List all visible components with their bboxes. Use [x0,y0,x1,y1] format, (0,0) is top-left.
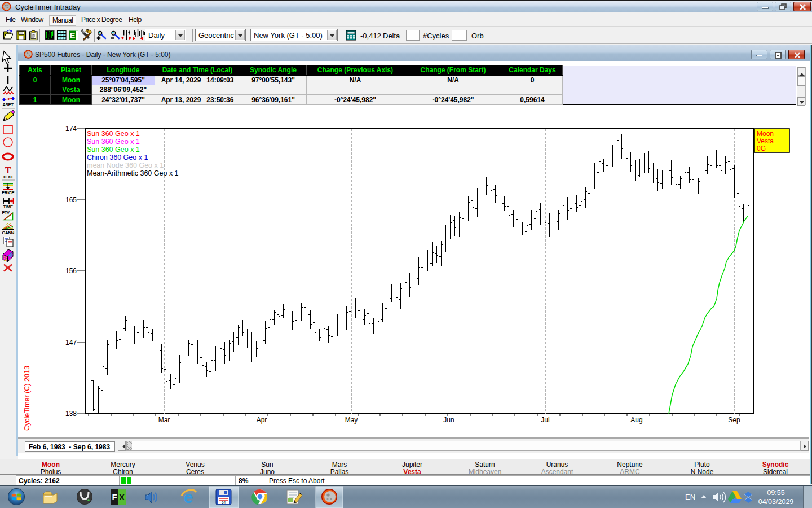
svg-text:Sep: Sep [728,416,740,424]
svg-text:Mar: Mar [158,416,170,424]
svg-text:09:55: 09:55 [767,489,784,497]
svg-text:Sun 360 Geo x 1: Sun 360 Geo x 1 [87,146,140,154]
svg-text:156: 156 [65,267,77,275]
svg-text:174: 174 [65,125,77,133]
svg-text:May: May [345,416,358,424]
svg-text:EN: EN [685,493,695,501]
svg-text:X: X [119,492,125,502]
svg-text:mean Node 360 Geo x 1: mean Node 360 Geo x 1 [87,161,164,169]
svg-text:Vesta: Vesta [757,137,774,145]
svg-text:TIME: TIME [3,204,13,209]
svg-text:Chiron 360 Geo x 1: Chiron 360 Geo x 1 [87,154,148,161]
svg-text:F: F [112,492,117,502]
svg-text:E: E [70,31,76,40]
svg-text:ASPT: ASPT [2,102,14,107]
svg-text:CycleTimer (C) 2013: CycleTimer (C) 2013 [23,366,31,431]
svg-text:Mean-Arithmetic 360 Geo x 1: Mean-Arithmetic 360 Geo x 1 [87,169,179,177]
svg-text:Sun 360 Geo x 1: Sun 360 Geo x 1 [87,130,140,138]
svg-text:GANN: GANN [2,230,14,235]
svg-text:138: 138 [65,410,77,418]
svg-text:04/03/2029: 04/03/2029 [758,498,794,506]
svg-text:165: 165 [65,196,77,204]
svg-text:PTV: PTV [2,210,10,215]
svg-text:0G: 0G [757,144,766,152]
svg-text:Aug: Aug [630,416,642,424]
svg-text:PRICE: PRICE [2,190,15,195]
svg-text:Apr: Apr [257,416,267,424]
svg-text:-64-: -64- [220,501,227,505]
svg-text:Sun 360 Geo x 1: Sun 360 Geo x 1 [87,138,140,146]
svg-text:TEXT: TEXT [3,174,14,179]
svg-text:Jun: Jun [443,416,454,424]
svg-text:147: 147 [65,339,77,347]
svg-text:Jul: Jul [541,416,549,424]
svg-text:Moon: Moon [757,130,774,138]
